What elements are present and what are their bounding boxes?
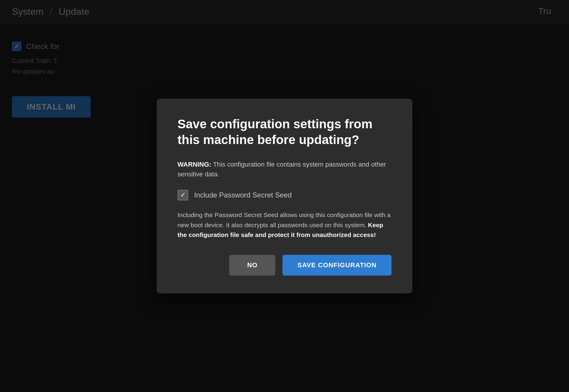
no-button[interactable]: NO — [229, 255, 275, 276]
modal-warning: WARNING: This configuration file contain… — [177, 159, 392, 179]
description-normal: Including the Password Secret Seed allow… — [177, 211, 391, 228]
modal-overlay: Save configuration settings from this ma… — [0, 0, 569, 392]
include-seed-label: Include Password Secret Seed — [194, 191, 292, 199]
modal-actions: NO SAVE CONFIGURATION — [177, 255, 392, 276]
modal-title: Save configuration settings from this ma… — [177, 116, 392, 148]
save-configuration-button[interactable]: SAVE CONFIGURATION — [282, 255, 392, 276]
warning-label: WARNING: — [177, 161, 211, 168]
save-config-dialog: Save configuration settings from this ma… — [157, 99, 412, 293]
modal-description: Including the Password Secret Seed allow… — [177, 210, 392, 240]
include-seed-row[interactable]: Include Password Secret Seed — [177, 190, 392, 200]
include-seed-checkbox[interactable] — [177, 190, 188, 200]
